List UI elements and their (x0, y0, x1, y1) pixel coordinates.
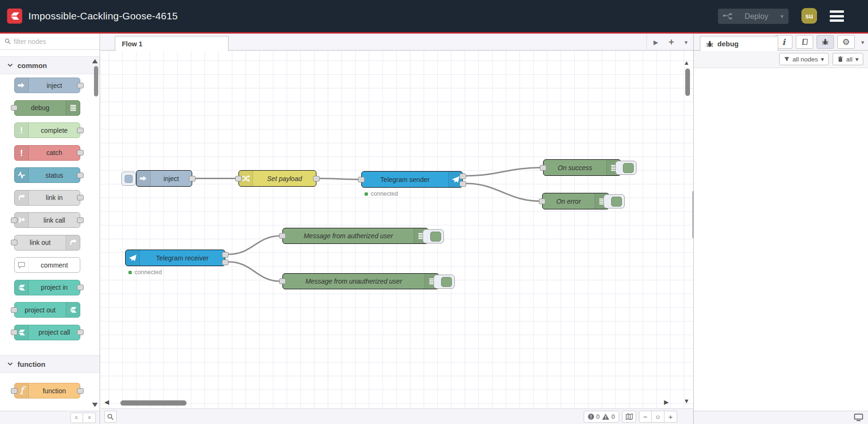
palette-node-project-call[interactable]: project call (14, 325, 80, 340)
palette-node-debug[interactable]: debug (14, 100, 80, 116)
input-port[interactable] (540, 165, 546, 171)
input-port[interactable] (11, 105, 17, 111)
input-port[interactable] (11, 240, 17, 245)
debug-toggle-button[interactable] (615, 161, 637, 175)
debug-toggle-button[interactable] (434, 275, 455, 289)
debug-clear-button[interactable]: all ▾ (833, 53, 863, 65)
wire[interactable] (229, 262, 281, 281)
palette-collapse-all-button[interactable]: « (70, 413, 83, 423)
palette-node-link-out[interactable]: link out (14, 235, 80, 251)
palette-category-function[interactable]: function (0, 355, 100, 373)
inject-icon (15, 78, 29, 93)
input-port[interactable] (279, 233, 286, 239)
flow-node-on-success[interactable]: On success (543, 159, 621, 176)
palette-node-catch[interactable]: ! catch (14, 145, 80, 161)
palette-filter-input[interactable] (14, 38, 89, 45)
palette-node-link-in[interactable]: link in (14, 190, 80, 206)
user-avatar[interactable]: su (801, 8, 817, 24)
deploy-button[interactable]: Deploy ▾ (718, 9, 789, 24)
output-port-error[interactable] (460, 181, 466, 187)
input-port[interactable] (235, 176, 242, 182)
palette-node-complete[interactable]: ! complete (14, 122, 80, 138)
wire[interactable] (229, 236, 281, 254)
zoom-in-button[interactable]: + (664, 411, 677, 423)
wire[interactable] (466, 168, 541, 176)
output-port[interactable] (77, 173, 84, 178)
flow-list-caret-icon[interactable]: ▾ (684, 39, 688, 46)
output-port-success[interactable] (460, 173, 466, 179)
canvas-scroll-right-icon[interactable]: ▶ (664, 398, 669, 406)
input-port[interactable] (539, 199, 545, 204)
input-port[interactable] (11, 388, 17, 394)
output-port[interactable] (313, 176, 320, 182)
palette-node-inject[interactable]: inject (14, 78, 80, 93)
help-tab-button[interactable] (796, 35, 813, 49)
flow-node-set-payload[interactable]: Set payload (238, 170, 316, 187)
debug-toolbar: all nodes ▾ all ▾ (694, 51, 868, 68)
canvas-search-button[interactable] (104, 411, 117, 423)
output-port[interactable] (189, 176, 196, 182)
flow-tab-label: Flow 1 (122, 40, 143, 48)
flow-node-inject[interactable]: inject (136, 170, 192, 187)
palette-scroll-up-icon[interactable] (92, 59, 98, 63)
input-port[interactable] (358, 177, 365, 182)
tab-scroll-right-icon[interactable]: ▶ (654, 39, 658, 46)
output-port[interactable] (77, 195, 84, 200)
flow-canvas[interactable]: inject Set payload Telegram sender con (101, 51, 693, 408)
palette-scroll-down-icon[interactable] (92, 403, 98, 407)
config-tab-button[interactable]: ⚙ (837, 35, 855, 49)
output-port[interactable] (77, 285, 84, 290)
canvas-vertical-scrollbar-thumb[interactable] (685, 69, 690, 96)
canvas-scroll-up-icon[interactable]: ▲ (683, 59, 689, 66)
tab-flow-1[interactable]: Flow 1 (115, 36, 229, 51)
debug-message-list[interactable] (694, 69, 868, 411)
notification-counts[interactable]: 0 0 (584, 411, 619, 423)
palette-expand-all-button[interactable]: « (83, 413, 96, 423)
palette-node-function[interactable]: f function (14, 383, 80, 398)
add-flow-button[interactable]: + (669, 37, 674, 48)
navigator-button[interactable] (622, 411, 636, 423)
palette-node-comment[interactable]: comment (14, 257, 80, 273)
output-port[interactable] (77, 150, 84, 156)
open-debug-window-button[interactable] (854, 414, 863, 424)
inject-trigger-button[interactable] (121, 172, 136, 186)
flow-node-telegram-receiver[interactable]: Telegram receiver connected (125, 250, 225, 266)
input-port[interactable] (11, 329, 17, 335)
zoom-reset-button[interactable]: ○ (652, 411, 664, 423)
category-label: common (17, 61, 47, 69)
flow-node-on-error[interactable]: On error (542, 193, 609, 209)
palette-category-common[interactable]: common (0, 56, 100, 74)
output-port[interactable] (77, 128, 84, 133)
flow-node-message-unauthorized[interactable]: Message from unautherized user (282, 273, 439, 289)
canvas-horizontal-scrollbar-thumb[interactable] (120, 400, 187, 406)
palette-node-project-in[interactable]: project in (14, 280, 80, 295)
input-port[interactable] (11, 217, 17, 223)
output-port[interactable] (77, 329, 84, 335)
palette-node-status[interactable]: status (14, 167, 80, 183)
palette-node-link-call[interactable]: link call (14, 212, 80, 228)
canvas-scroll-left-icon[interactable]: ◀ (104, 398, 109, 406)
debug-tab-button[interactable] (817, 35, 834, 49)
sidebar-menu-caret-icon[interactable]: ▾ (861, 39, 864, 46)
tab-debug[interactable]: debug (700, 36, 778, 51)
palette-scrollbar-thumb[interactable] (94, 66, 98, 96)
output-port-unauthorized[interactable] (222, 260, 229, 265)
zoom-out-button[interactable]: − (639, 411, 652, 423)
deploy-options-caret-icon[interactable]: ▾ (780, 13, 783, 20)
output-port[interactable] (77, 388, 84, 394)
input-port[interactable] (11, 307, 17, 313)
debug-toggle-button[interactable] (604, 194, 625, 208)
debug-filter-button[interactable]: all nodes ▾ (779, 53, 829, 65)
debug-toggle-button[interactable] (423, 229, 444, 243)
input-port[interactable] (279, 278, 286, 284)
wire[interactable] (320, 179, 359, 180)
output-port-authorized[interactable] (222, 252, 229, 258)
palette-node-project-out[interactable]: project out (14, 302, 80, 318)
flow-node-telegram-sender[interactable]: Telegram sender connected (361, 171, 463, 188)
output-port[interactable] (77, 83, 84, 88)
flow-node-message-authorized[interactable]: Message from autherized user (282, 228, 428, 244)
wire[interactable] (466, 183, 540, 201)
main-menu-button[interactable] (830, 10, 844, 22)
output-port[interactable] (77, 217, 84, 223)
canvas-scroll-down-icon[interactable]: ▼ (683, 398, 689, 405)
